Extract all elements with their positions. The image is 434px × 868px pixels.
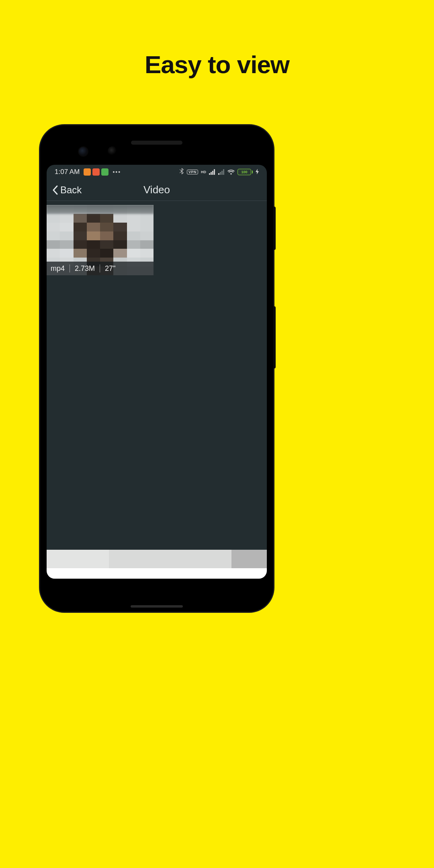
video-meta: mp4 2.73M 27": [47, 262, 154, 275]
status-right: VPN HD 100: [179, 168, 259, 176]
content-area: mp4 2.73M 27": [47, 201, 267, 579]
hd-label: HD: [201, 170, 206, 174]
status-more-icon: •••: [113, 169, 121, 175]
bottom-bar-content[interactable]: [47, 550, 267, 568]
video-thumbnail[interactable]: mp4 2.73M 27": [47, 205, 154, 275]
battery-percent: 100: [237, 169, 251, 175]
video-duration: 27": [105, 264, 120, 273]
heading: Easy to view: [145, 50, 289, 79]
bottom-segment: [47, 550, 109, 568]
video-size: 2.73M: [75, 264, 100, 273]
battery-indicator: 100: [237, 169, 253, 175]
video-grid: mp4 2.73M 27": [47, 201, 267, 275]
battery-cap: [252, 170, 253, 174]
title-overlay: [47, 205, 154, 215]
wifi-icon: [227, 169, 235, 175]
phone-power-button: [273, 207, 276, 250]
vpn-badge: VPN: [187, 170, 198, 174]
status-time: 1:07 AM: [55, 168, 80, 176]
signal-strong-icon: [209, 169, 215, 175]
status-bar: 1:07 AM ••• VPN HD: [47, 165, 267, 179]
phone-screen: 1:07 AM ••• VPN HD: [47, 165, 267, 579]
phone-front-camera: [78, 146, 88, 157]
phone-sensor: [108, 146, 117, 156]
bottom-bar: [47, 550, 267, 579]
meta-divider: [100, 264, 100, 272]
notification-icon: [84, 168, 91, 176]
nav-bar: Back Video: [47, 179, 267, 201]
back-button[interactable]: Back: [52, 184, 82, 196]
chevron-left-icon: [52, 185, 58, 195]
signal-weak-icon: [218, 169, 225, 175]
meta-divider: [70, 264, 70, 272]
nav-title: Video: [143, 184, 170, 196]
phone-frame: 1:07 AM ••• VPN HD: [40, 125, 273, 612]
notification-icon: [92, 168, 100, 176]
bottom-segment: [109, 550, 231, 568]
phone-earpiece: [131, 141, 182, 145]
status-left: 1:07 AM •••: [55, 168, 121, 176]
bottom-segment: [231, 550, 267, 568]
status-notification-icons: [84, 168, 108, 176]
video-format: mp4: [51, 264, 70, 273]
notification-icon: [101, 168, 108, 176]
phone-volume-button: [273, 306, 276, 368]
charging-icon: [256, 169, 259, 176]
home-indicator: [131, 605, 183, 608]
back-label: Back: [60, 184, 82, 196]
bluetooth-icon: [179, 168, 184, 176]
